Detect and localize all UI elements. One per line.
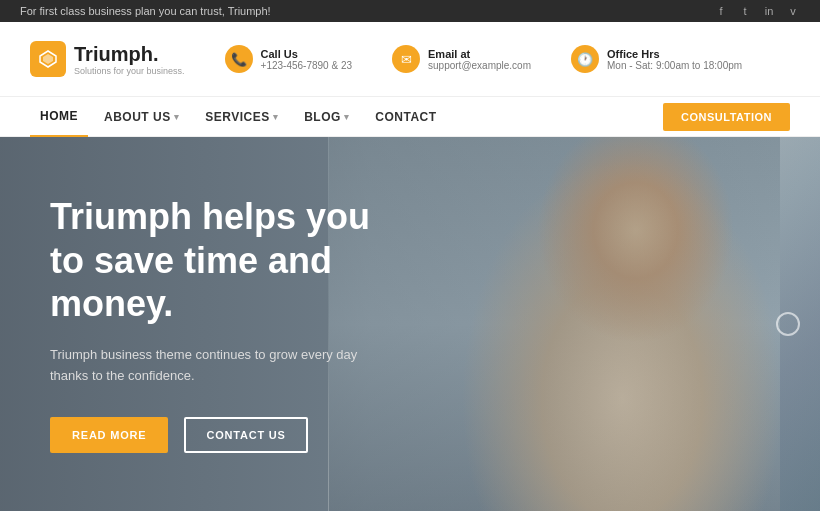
contact-hours: 🕐 Office Hrs Mon - Sat: 9:00am to 18:00p…	[571, 45, 742, 73]
read-more-button[interactable]: READ MORE	[50, 417, 168, 453]
chevron-down-icon: ▾	[273, 112, 279, 122]
hours-label: Office Hrs	[607, 48, 742, 60]
nav-links: HOME ABOUT US ▾ SERVICES ▾ BLOG ▾ CONTAC…	[30, 97, 447, 137]
email-icon: ✉	[392, 45, 420, 73]
site-name: Triumph.	[74, 43, 185, 66]
phone-icon: 📞	[225, 45, 253, 73]
hours-info: Office Hrs Mon - Sat: 9:00am to 18:00pm	[607, 48, 742, 71]
hours-value: Mon - Sat: 9:00am to 18:00pm	[607, 60, 742, 71]
twitter-icon[interactable]: t	[738, 4, 752, 18]
nav-bar: HOME ABOUT US ▾ SERVICES ▾ BLOG ▾ CONTAC…	[0, 97, 820, 137]
hero-circle-indicator[interactable]	[776, 312, 800, 336]
contact-phone: 📞 Call Us +123-456-7890 & 23	[225, 45, 352, 73]
svg-marker-1	[43, 54, 53, 64]
phone-value: +123-456-7890 & 23	[261, 60, 352, 71]
top-bar: For first class business plan you can tr…	[0, 0, 820, 22]
hero-content: Triumph helps you to save time and money…	[0, 137, 451, 511]
vimeo-icon[interactable]: v	[786, 4, 800, 18]
top-bar-message: For first class business plan you can tr…	[20, 5, 271, 17]
phone-info: Call Us +123-456-7890 & 23	[261, 48, 352, 71]
facebook-icon[interactable]: f	[714, 4, 728, 18]
email-label: Email at	[428, 48, 531, 60]
logo[interactable]: Triumph. Solutions for your business.	[30, 41, 185, 77]
chevron-down-icon: ▾	[174, 112, 180, 122]
contact-us-button[interactable]: CONTACT US	[184, 417, 307, 453]
hero-buttons: READ MORE CONTACT US	[50, 417, 401, 453]
email-info: Email at support@example.com	[428, 48, 531, 71]
linkedin-icon[interactable]: in	[762, 4, 776, 18]
hero-section: Triumph helps you to save time and money…	[0, 137, 820, 511]
consultation-button[interactable]: CONSULTATION	[663, 103, 790, 131]
hero-subtitle: Triumph business theme continues to grow…	[50, 345, 390, 387]
social-icons: f t in v	[714, 4, 800, 18]
nav-item-blog[interactable]: BLOG ▾	[294, 97, 359, 137]
clock-icon: 🕐	[571, 45, 599, 73]
email-value: support@example.com	[428, 60, 531, 71]
logo-icon	[30, 41, 66, 77]
site-tagline: Solutions for your business.	[74, 66, 185, 76]
nav-item-services[interactable]: SERVICES ▾	[195, 97, 288, 137]
nav-item-contact[interactable]: CONTACT	[365, 97, 446, 137]
nav-item-about[interactable]: ABOUT US ▾	[94, 97, 189, 137]
hero-title: Triumph helps you to save time and money…	[50, 195, 401, 325]
site-header: Triumph. Solutions for your business. 📞 …	[0, 22, 820, 97]
logo-text: Triumph. Solutions for your business.	[74, 43, 185, 76]
chevron-down-icon: ▾	[344, 112, 350, 122]
contact-email: ✉ Email at support@example.com	[392, 45, 531, 73]
phone-label: Call Us	[261, 48, 352, 60]
nav-item-home[interactable]: HOME	[30, 97, 88, 137]
